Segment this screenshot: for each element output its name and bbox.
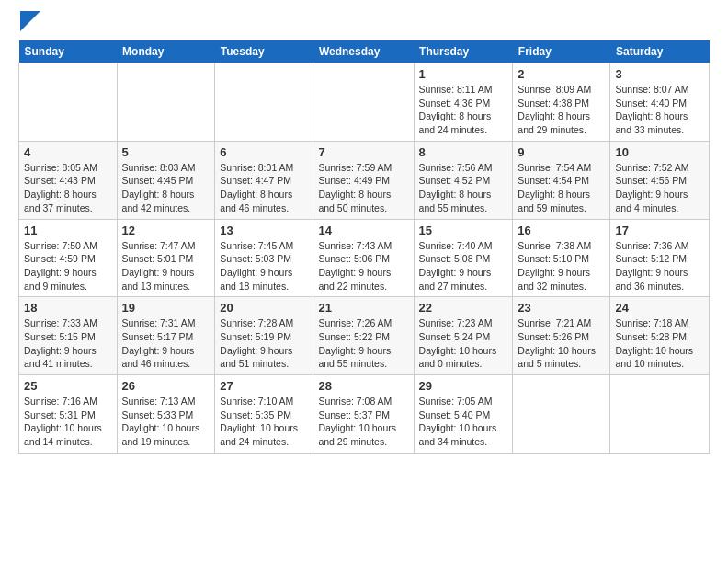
- col-header-thursday: Thursday: [414, 40, 513, 63]
- day-number: 13: [220, 224, 308, 237]
- logo: [18, 15, 40, 31]
- calendar-cell: 21Sunrise: 7:26 AM Sunset: 5:22 PM Dayli…: [313, 297, 414, 375]
- day-info: Sunrise: 7:28 AM Sunset: 5:19 PM Dayligh…: [220, 316, 308, 371]
- calendar-cell: 23Sunrise: 7:21 AM Sunset: 5:26 PM Dayli…: [513, 297, 610, 375]
- calendar-cell: 4Sunrise: 8:05 AM Sunset: 4:43 PM Daylig…: [19, 141, 118, 219]
- col-header-wednesday: Wednesday: [313, 40, 414, 63]
- calendar-week-2: 4Sunrise: 8:05 AM Sunset: 4:43 PM Daylig…: [19, 141, 710, 219]
- calendar-cell: [117, 63, 215, 142]
- day-info: Sunrise: 7:05 AM Sunset: 5:40 PM Dayligh…: [419, 395, 508, 449]
- calendar-cell: 17Sunrise: 7:36 AM Sunset: 5:12 PM Dayli…: [610, 219, 710, 297]
- day-number: 28: [318, 379, 408, 393]
- day-number: 9: [518, 145, 605, 159]
- col-header-friday: Friday: [513, 40, 610, 63]
- calendar-cell: [313, 63, 414, 142]
- day-info: Sunrise: 7:33 AM Sunset: 5:15 PM Dayligh…: [24, 316, 112, 371]
- calendar-table: SundayMondayTuesdayWednesdayThursdayFrid…: [18, 40, 710, 454]
- col-header-tuesday: Tuesday: [215, 40, 313, 63]
- calendar-cell: 16Sunrise: 7:38 AM Sunset: 5:10 PM Dayli…: [513, 219, 610, 297]
- day-number: 7: [318, 145, 408, 159]
- calendar-cell: 27Sunrise: 7:10 AM Sunset: 5:35 PM Dayli…: [215, 375, 313, 454]
- day-number: 14: [318, 224, 408, 237]
- calendar-week-4: 18Sunrise: 7:33 AM Sunset: 5:15 PM Dayli…: [19, 297, 710, 375]
- calendar-header: SundayMondayTuesdayWednesdayThursdayFrid…: [19, 40, 710, 63]
- calendar-cell: 10Sunrise: 7:52 AM Sunset: 4:56 PM Dayli…: [610, 141, 710, 219]
- calendar-cell: 3Sunrise: 8:07 AM Sunset: 4:40 PM Daylig…: [610, 63, 710, 142]
- day-number: 15: [419, 224, 508, 237]
- calendar-cell: 7Sunrise: 7:59 AM Sunset: 4:49 PM Daylig…: [313, 141, 414, 219]
- day-info: Sunrise: 7:13 AM Sunset: 5:33 PM Dayligh…: [122, 395, 210, 449]
- day-number: 2: [518, 67, 605, 81]
- day-number: 5: [122, 145, 210, 159]
- day-number: 26: [122, 379, 210, 393]
- day-number: 18: [24, 301, 112, 315]
- day-info: Sunrise: 7:08 AM Sunset: 5:37 PM Dayligh…: [318, 395, 408, 449]
- day-info: Sunrise: 7:52 AM Sunset: 4:56 PM Dayligh…: [615, 161, 704, 215]
- day-number: 10: [615, 145, 704, 159]
- calendar-cell: 26Sunrise: 7:13 AM Sunset: 5:33 PM Dayli…: [117, 375, 215, 454]
- col-header-saturday: Saturday: [610, 40, 710, 63]
- day-number: 3: [615, 67, 704, 81]
- day-info: Sunrise: 7:36 AM Sunset: 5:12 PM Dayligh…: [615, 239, 704, 293]
- day-number: 8: [419, 145, 508, 159]
- day-number: 19: [122, 301, 210, 315]
- day-number: 22: [419, 301, 508, 315]
- day-info: Sunrise: 7:47 AM Sunset: 5:01 PM Dayligh…: [122, 239, 210, 293]
- calendar-cell: [513, 375, 610, 454]
- day-number: 21: [318, 301, 408, 315]
- calendar-cell: 28Sunrise: 7:08 AM Sunset: 5:37 PM Dayli…: [313, 375, 414, 454]
- calendar-cell: 25Sunrise: 7:16 AM Sunset: 5:31 PM Dayli…: [19, 375, 118, 454]
- calendar-cell: 24Sunrise: 7:18 AM Sunset: 5:28 PM Dayli…: [610, 297, 710, 375]
- day-info: Sunrise: 7:56 AM Sunset: 4:52 PM Dayligh…: [419, 161, 508, 215]
- calendar-cell: 22Sunrise: 7:23 AM Sunset: 5:24 PM Dayli…: [414, 297, 513, 375]
- day-info: Sunrise: 7:43 AM Sunset: 5:06 PM Dayligh…: [318, 239, 408, 293]
- calendar-cell: 9Sunrise: 7:54 AM Sunset: 4:54 PM Daylig…: [513, 141, 610, 219]
- day-info: Sunrise: 7:21 AM Sunset: 5:26 PM Dayligh…: [518, 316, 605, 371]
- calendar-cell: 19Sunrise: 7:31 AM Sunset: 5:17 PM Dayli…: [117, 297, 215, 375]
- col-header-monday: Monday: [117, 40, 215, 63]
- col-header-sunday: Sunday: [19, 40, 118, 63]
- calendar-week-5: 25Sunrise: 7:16 AM Sunset: 5:31 PM Dayli…: [19, 375, 710, 454]
- calendar-cell: [19, 63, 118, 142]
- calendar-cell: 12Sunrise: 7:47 AM Sunset: 5:01 PM Dayli…: [117, 219, 215, 297]
- header: [18, 15, 710, 31]
- day-info: Sunrise: 7:10 AM Sunset: 5:35 PM Dayligh…: [220, 395, 308, 449]
- day-number: 11: [24, 224, 112, 237]
- calendar-week-3: 11Sunrise: 7:50 AM Sunset: 4:59 PM Dayli…: [19, 219, 710, 297]
- day-info: Sunrise: 7:45 AM Sunset: 5:03 PM Dayligh…: [220, 239, 308, 293]
- day-info: Sunrise: 7:40 AM Sunset: 5:08 PM Dayligh…: [419, 239, 508, 293]
- calendar-cell: 11Sunrise: 7:50 AM Sunset: 4:59 PM Dayli…: [19, 219, 118, 297]
- day-number: 29: [419, 379, 508, 393]
- calendar-cell: [610, 375, 710, 454]
- calendar-cell: 5Sunrise: 8:03 AM Sunset: 4:45 PM Daylig…: [117, 141, 215, 219]
- day-info: Sunrise: 7:54 AM Sunset: 4:54 PM Dayligh…: [518, 161, 605, 215]
- calendar-cell: 13Sunrise: 7:45 AM Sunset: 5:03 PM Dayli…: [215, 219, 313, 297]
- day-number: 16: [518, 224, 605, 237]
- svg-marker-0: [20, 11, 40, 31]
- day-number: 20: [220, 301, 308, 315]
- day-info: Sunrise: 8:03 AM Sunset: 4:45 PM Dayligh…: [122, 161, 210, 215]
- day-number: 4: [24, 145, 112, 159]
- day-info: Sunrise: 7:16 AM Sunset: 5:31 PM Dayligh…: [24, 395, 112, 449]
- day-number: 1: [419, 67, 508, 81]
- calendar-week-1: 1Sunrise: 8:11 AM Sunset: 4:36 PM Daylig…: [19, 63, 710, 142]
- day-info: Sunrise: 8:11 AM Sunset: 4:36 PM Dayligh…: [419, 83, 508, 137]
- logo-icon: [20, 11, 40, 31]
- day-number: 17: [615, 224, 704, 237]
- day-info: Sunrise: 7:31 AM Sunset: 5:17 PM Dayligh…: [122, 316, 210, 371]
- day-info: Sunrise: 7:50 AM Sunset: 4:59 PM Dayligh…: [24, 239, 112, 293]
- day-info: Sunrise: 7:18 AM Sunset: 5:28 PM Dayligh…: [615, 316, 704, 371]
- day-number: 27: [220, 379, 308, 393]
- day-info: Sunrise: 8:09 AM Sunset: 4:38 PM Dayligh…: [518, 83, 605, 137]
- calendar-cell: 6Sunrise: 8:01 AM Sunset: 4:47 PM Daylig…: [215, 141, 313, 219]
- calendar-cell: [215, 63, 313, 142]
- day-number: 12: [122, 224, 210, 237]
- day-info: Sunrise: 8:07 AM Sunset: 4:40 PM Dayligh…: [615, 83, 704, 137]
- calendar-cell: 29Sunrise: 7:05 AM Sunset: 5:40 PM Dayli…: [414, 375, 513, 454]
- day-info: Sunrise: 7:59 AM Sunset: 4:49 PM Dayligh…: [318, 161, 408, 215]
- day-number: 6: [220, 145, 308, 159]
- calendar-cell: 8Sunrise: 7:56 AM Sunset: 4:52 PM Daylig…: [414, 141, 513, 219]
- day-number: 24: [615, 301, 704, 315]
- calendar-cell: 15Sunrise: 7:40 AM Sunset: 5:08 PM Dayli…: [414, 219, 513, 297]
- calendar-cell: 18Sunrise: 7:33 AM Sunset: 5:15 PM Dayli…: [19, 297, 118, 375]
